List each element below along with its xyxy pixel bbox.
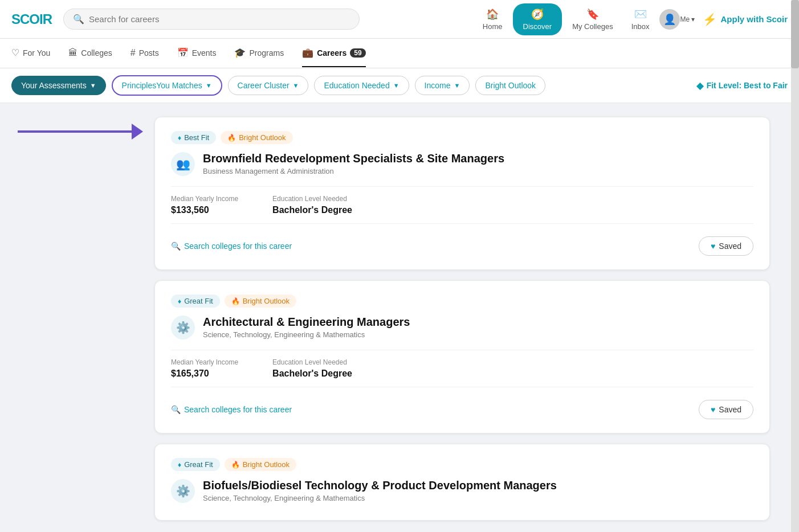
income-stat-1: Median Yearly Income $133,560 [171,195,238,215]
search-icon-2: 🔍 [171,405,181,414]
nav-inbox[interactable]: ✉️ Inbox [623,3,658,35]
career-3-title[interactable]: Biofuels/Biodiesel Technology & Product … [203,479,557,492]
avatar[interactable]: 👤 [659,9,680,30]
nav-home[interactable]: 🏠 Home [475,3,511,35]
hash-icon: # [131,48,136,58]
sec-nav-for-you[interactable]: ♡ For You [11,39,50,67]
logo: SCOIR [11,11,52,27]
career-2-icon: ⚙️ [171,316,195,339]
sec-nav-posts[interactable]: # Posts [131,40,159,67]
top-nav: 🏠 Home 🧭 Discover 🔖 My Colleges ✉️ Inbox… [475,3,788,35]
career-card-2: ♦ Great Fit 🔥 Bright Outlook ⚙️ Architec… [154,280,770,433]
sec-nav-events[interactable]: 📅 Events [177,39,217,67]
sec-nav-posts-label: Posts [139,48,159,58]
heart-icon-1: ♥ [711,242,715,251]
heart-icon-2: ♥ [711,405,715,414]
nav-home-label: Home [483,22,503,31]
card-1-footer: 🔍 Search colleges for this career ♥ Save… [171,232,753,256]
me-label[interactable]: Me ▾ [680,15,695,23]
card-2-badges: ♦ Great Fit 🔥 Bright Outlook [171,294,753,308]
divider-2 [171,350,753,350]
great-fit-badge-3: ♦ Great Fit [171,458,220,471]
sec-nav-careers[interactable]: 💼 Careers 59 [302,39,366,67]
career-2-category: Science, Technology, Engineering & Mathe… [203,330,410,339]
income-label: Income [425,81,451,90]
fit-level-icon: ◆ [696,80,703,91]
search-icon: 🔍 [73,14,84,24]
search-bar[interactable]: 🔍 [63,9,360,30]
bright-outlook-badge-1: 🔥 Bright Outlook [221,131,292,144]
card-2-footer: 🔍 Search colleges for this career ♥ Save… [171,395,753,419]
saved-label-2: Saved [719,405,741,414]
diamond-icon-3: ♦ [178,461,181,469]
bright-outlook-label: Bright Outlook [485,81,536,90]
inbox-icon: ✉️ [634,8,647,21]
fit-level-filter[interactable]: ◆ Fit Level: Best to Fair [696,80,788,91]
education-value-1: Bachelor's Degree [272,205,352,215]
apply-label: Apply with Scoir [720,14,788,24]
career-3-icon: ⚙️ [171,479,195,503]
principles-dropdown-icon: ▼ [206,82,212,89]
careers-badge: 59 [350,48,365,58]
fit-level-label: Fit Level: Best to Fair [707,81,788,90]
career-card-1: ♦ Best Fit 🔥 Bright Outlook 👥 Brownfield… [154,117,770,270]
search-input[interactable] [89,14,350,24]
income-value-1: $133,560 [171,205,238,215]
career-cluster-filter[interactable]: Career Cluster ▼ [228,76,309,95]
bright-outlook-filter[interactable]: Bright Outlook [475,76,545,95]
career-2-stats: Median Yearly Income $165,370 Education … [171,358,753,379]
fire-icon-1: 🔥 [227,134,236,142]
saved-btn-2[interactable]: ♥ Saved [699,400,753,419]
career-2-title[interactable]: Architectural & Engineering Managers [203,316,410,329]
search-colleges-btn-1[interactable]: 🔍 Search colleges for this career [171,242,292,251]
apply-button[interactable]: ⚡ Apply with Scoir [703,13,788,26]
arrow-line [18,130,132,133]
income-label-1: Median Yearly Income [171,195,238,203]
career-card-3: ♦ Great Fit 🔥 Bright Outlook ⚙️ Biofuels… [154,444,770,521]
education-dropdown-icon: ▼ [393,82,400,89]
nav-my-colleges[interactable]: 🔖 My Colleges [564,3,621,35]
saved-btn-1[interactable]: ♥ Saved [699,236,753,256]
career-1-header: 👥 Brownfield Redevelopment Specialists &… [171,152,753,176]
arrow-annotation [18,124,143,140]
nav-colleges-label: My Colleges [572,22,613,31]
bright-outlook-badge-2: 🔥 Bright Outlook [225,294,296,308]
scrollbar[interactable] [791,0,799,532]
programs-icon: 🎓 [234,47,246,58]
income-value-2: $165,370 [171,369,238,379]
header: SCOIR 🔍 🏠 Home 🧭 Discover 🔖 My Colleges … [0,0,799,39]
discover-icon: 🧭 [531,8,544,21]
career-1-category: Business Management & Administration [203,167,504,175]
education-stat-1: Education Level Needed Bachelor's Degree [272,195,352,215]
nav-inbox-label: Inbox [631,22,650,31]
nav-discover[interactable]: 🧭 Discover [513,3,562,35]
filter-bar: Your Assessments ▼ PrinciplesYou Matches… [0,68,799,103]
divider-1b [171,223,753,224]
sec-nav-colleges[interactable]: 🏛 Colleges [68,40,112,67]
principles-you-filter[interactable]: PrinciplesYou Matches ▼ [112,75,222,96]
sec-nav-careers-label: Careers [317,48,346,58]
bright-outlook-badge-3: 🔥 Bright Outlook [225,458,296,471]
education-stat-2: Education Level Needed Bachelor's Degree [272,358,352,379]
briefcase-icon: 💼 [302,47,313,58]
search-colleges-btn-2[interactable]: 🔍 Search colleges for this career [171,405,292,414]
scrollbar-thumb[interactable] [791,0,799,68]
bolt-icon: ⚡ [703,13,717,26]
education-value-2: Bachelor's Degree [272,369,352,379]
your-assessments-filter[interactable]: Your Assessments ▼ [11,76,106,95]
income-filter[interactable]: Income ▼ [415,76,470,95]
career-cluster-dropdown-icon: ▼ [293,82,299,89]
divider-2b [171,387,753,387]
bookmark-icon: 🔖 [586,8,599,21]
career-2-info: Architectural & Engineering Managers Sci… [203,316,410,339]
career-1-title[interactable]: Brownfield Redevelopment Specialists & S… [203,152,504,165]
sec-nav-programs[interactable]: 🎓 Programs [234,39,284,67]
education-needed-filter[interactable]: Education Needed ▼ [314,76,409,95]
income-stat-2: Median Yearly Income $165,370 [171,358,238,379]
arrow-head [132,124,143,140]
best-fit-badge: ♦ Best Fit [171,131,216,144]
nav-discover-label: Discover [523,22,552,31]
diamond-icon: ♦ [178,134,181,142]
career-2-header: ⚙️ Architectural & Engineering Managers … [171,316,753,339]
assessments-dropdown-icon: ▼ [90,82,96,89]
